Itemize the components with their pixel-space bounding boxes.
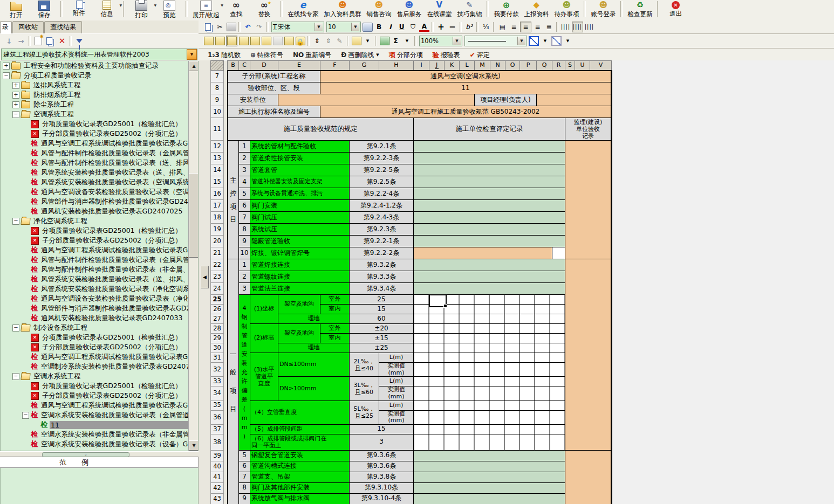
column-header[interactable]: C <box>239 61 250 71</box>
tab-search-results[interactable]: 查找结果 <box>44 21 82 33</box>
diagonal-border-alt-arrow-icon[interactable]: ▼ <box>563 36 573 46</box>
account-login-button[interactable]: ☻账号登录 <box>588 0 618 20</box>
vertical-text-center-icon[interactable]: |||| <box>572 22 583 32</box>
vertical-splitter[interactable]: ◀ <box>199 60 211 504</box>
deviation-sub-label[interactable]: DN>100mm <box>278 377 350 401</box>
row-number[interactable]: 9 <box>211 94 224 106</box>
item-index[interactable]: 6 <box>239 461 250 472</box>
undo-icon[interactable]: ↶ <box>243 22 253 32</box>
check-record-cell[interactable] <box>414 472 565 482</box>
row-number[interactable]: 19 <box>211 224 224 236</box>
check-record-cell[interactable] <box>414 247 552 259</box>
row-number[interactable]: 29 <box>211 334 224 343</box>
replace-binoculars-button[interactable]: ∞替换 <box>250 0 278 20</box>
tree-item[interactable]: −空调系统工程 <box>1 109 188 119</box>
printer-button[interactable]: 打印▼ <box>127 0 155 20</box>
item-name-cell[interactable]: 钢塑复合管道安装 <box>250 450 350 461</box>
item-index[interactable]: 8 <box>239 224 250 236</box>
measurement-cells[interactable] <box>414 434 565 450</box>
row-number[interactable]: 12 <box>211 141 224 153</box>
column-header[interactable]: U <box>575 61 590 71</box>
row-number[interactable]: 40 <box>211 461 224 472</box>
row-number[interactable]: 31 <box>211 353 224 363</box>
row-number[interactable]: 41 <box>211 472 224 482</box>
collapse-box-icon[interactable]: − <box>3 72 10 79</box>
deviation-sub-label[interactable]: 架空及地沟 <box>278 295 320 314</box>
tree-item[interactable]: −检空调水系统安装检验批质量验收记录表（金属管道） <box>1 410 188 420</box>
insert-image-arrow-icon[interactable]: ▼ <box>363 36 373 46</box>
item-index[interactable]: 1 <box>239 259 250 271</box>
collapse-box-icon[interactable]: − <box>12 111 19 118</box>
sales-consult-button[interactable]: ☻销售咨询 <box>364 0 394 20</box>
split-cell-icon[interactable] <box>238 36 249 46</box>
measured-label-cell[interactable]: 实测值(mm) <box>379 363 414 377</box>
tolerance-value-cell[interactable]: 15 <box>350 424 414 434</box>
tree-item[interactable]: 检风管与配件制作检验批质量验收记录表（金属风管） <box>1 148 188 158</box>
expand-box-icon[interactable]: + <box>12 92 19 99</box>
field-label[interactable]: 子分部(系统)工程名称 <box>228 71 320 82</box>
zoom-arrow-icon[interactable]: ▼ <box>453 37 461 45</box>
tree-item[interactable]: ✕分项质量验收记录表GD25001（检验批汇总） <box>1 226 188 236</box>
tree-item[interactable]: ✕分项质量验收记录表GD25001（检验批汇总） <box>1 119 188 129</box>
row-number[interactable]: 34 <box>211 386 224 401</box>
tree-item[interactable]: 检空调水系统安装检验批质量验收记录表（非金属管道 <box>1 430 188 439</box>
line-style-select[interactable]: ▼ <box>464 36 527 46</box>
column-header[interactable]: M <box>475 61 490 71</box>
font-color-icon[interactable]: A <box>419 22 429 32</box>
deviation-sub-label[interactable]: 室外 <box>320 324 350 334</box>
align-right-icon[interactable]: ≡ <box>532 22 543 32</box>
clause-cell[interactable]: 第9.2.4-1,2条 <box>350 200 414 212</box>
item-index[interactable]: 7 <box>239 212 250 224</box>
insert-column-left-icon[interactable] <box>203 36 214 46</box>
collapse-box-icon[interactable]: − <box>12 373 19 380</box>
acceptance-area-cell[interactable]: 11 <box>320 82 612 94</box>
tree-item[interactable]: +除尘系统工程 <box>1 100 188 109</box>
exit-button[interactable]: ✕退出 <box>661 0 689 20</box>
diagonal-border-icon[interactable] <box>529 36 539 46</box>
delete-cell-icon[interactable] <box>261 36 271 46</box>
preview-button[interactable]: 预览 <box>155 0 183 20</box>
down-arrow-icon[interactable]: ↓ <box>4 36 15 46</box>
tree-item[interactable]: 检通风机安装检验批质量验收记录表GD2407033 <box>1 313 188 323</box>
tree-item[interactable]: 检通风机安装检验批质量验收记录表GD2407025 <box>1 206 188 216</box>
item-index[interactable]: 5 <box>239 188 250 200</box>
deviation-row-label[interactable]: (2)标高 <box>250 324 278 353</box>
contractor-check-header[interactable]: 施工单位检查评定记录 <box>414 118 565 141</box>
tree-item[interactable]: 检11 <box>1 420 188 430</box>
row-number[interactable]: 38 <box>211 434 224 450</box>
column-header[interactable]: B <box>228 61 239 71</box>
expand-collapse-button[interactable]: ≡展开/收起▼ <box>190 0 222 20</box>
tree-item[interactable]: 检风管系统安装检验批质量验收记录表（空调风系统） <box>1 177 188 187</box>
diagonal-border-arrow-icon[interactable]: ▼ <box>540 36 550 46</box>
install-unit-value-cell[interactable] <box>278 94 475 106</box>
row-number[interactable]: 17 <box>211 200 224 212</box>
field-label[interactable]: 安装单位 <box>228 94 278 106</box>
row-number[interactable]: 18 <box>211 212 224 224</box>
row-number[interactable]: 37 <box>211 424 224 434</box>
insert-image-icon[interactable] <box>351 36 361 46</box>
measurement-cells[interactable] <box>414 410 565 424</box>
clause-cell[interactable]: 第9.2.2-2条 <box>350 247 414 259</box>
find-binoculars-button[interactable]: ∞查找 <box>222 0 250 20</box>
row-number[interactable]: 8 <box>211 82 224 94</box>
sum-icon[interactable]: Σ <box>391 36 401 46</box>
item-name-cell[interactable]: 管道套管 <box>250 164 350 176</box>
tree-item[interactable]: 检风管部件与消声器制作检验批质量验收记录GD240702 <box>1 197 188 206</box>
item-index[interactable]: 2 <box>239 153 250 164</box>
row-number[interactable]: 16 <box>211 188 224 200</box>
deviation-sub-label[interactable]: DN≤100mm <box>278 353 350 377</box>
column-header[interactable]: D <box>250 61 278 71</box>
column-header[interactable]: O <box>505 61 520 71</box>
item-index[interactable]: 9 <box>239 236 250 247</box>
tree-item[interactable]: 检风管部件与消声器制作检验批质量验收记录表GD2407 <box>1 303 188 313</box>
zoom-select[interactable]: 100% ▼ <box>419 36 462 46</box>
expand-box-icon[interactable]: + <box>12 82 19 89</box>
item-name-cell[interactable]: 系统的管材与配件验收 <box>250 141 350 153</box>
check-record-cell[interactable] <box>414 461 565 472</box>
tree-item[interactable]: ✕分项质量验收记录表GD25001（检验批汇总） <box>1 333 188 342</box>
measured-label-cell[interactable]: 实测值(mm) <box>379 386 414 401</box>
row-number[interactable]: 11 <box>211 118 224 141</box>
clause-cell[interactable]: 第9.2.2-1条 <box>350 236 414 247</box>
deviation-row-label[interactable]: （4）立管垂直度 <box>250 401 350 424</box>
row-number[interactable]: 43 <box>211 493 224 504</box>
